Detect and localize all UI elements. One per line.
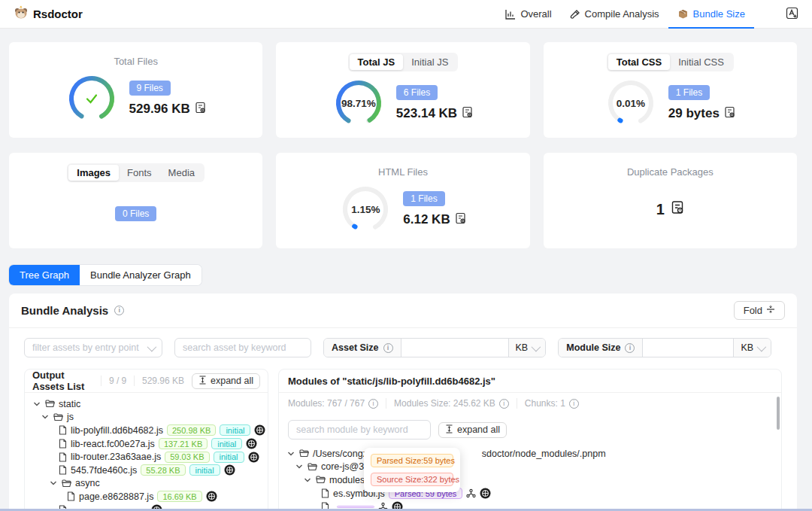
tab-images[interactable]: Images <box>68 165 119 181</box>
card-css: Total CSS Initial CSS 0.01% 1 Files 29 b… <box>544 42 797 138</box>
module-keyword-search[interactable] <box>288 420 431 440</box>
top-navbar: Rsdoctor Overall Compile Analysis Bundle… <box>0 0 812 29</box>
expand-all-assets-button[interactable]: expand all <box>192 373 260 389</box>
initial-tag-badge: initial <box>220 424 250 436</box>
entry-point-select[interactable]: filter assets by entry point <box>24 338 162 357</box>
filter-toolbar: filter assets by entry point Asset Size … <box>24 338 782 357</box>
caret-down-icon[interactable] <box>32 400 41 408</box>
media-tabs: Images Fonts Media <box>67 163 205 182</box>
file-report-icon[interactable] <box>195 102 206 117</box>
info-icon[interactable]: i <box>569 399 579 409</box>
asset-size-input[interactable] <box>408 342 502 354</box>
module-size-unit-select[interactable]: KB <box>733 339 771 357</box>
file-report-icon[interactable] <box>724 106 735 122</box>
modules-panel: Modules of "static/js/lib-polyfill.dd6b4… <box>278 369 782 511</box>
info-icon[interactable]: i <box>625 343 635 353</box>
initial-tag-badge: initial <box>211 438 242 449</box>
info-icon[interactable]: i <box>368 399 378 409</box>
tab-total-css[interactable]: Total CSS <box>608 54 670 70</box>
tab-media[interactable]: Media <box>160 165 203 181</box>
files-count-badge: 0 Files <box>115 206 156 221</box>
caret-down-icon[interactable] <box>49 479 58 487</box>
info-icon[interactable]: i <box>114 306 124 315</box>
module-keyword-input[interactable] <box>296 424 423 435</box>
language-switch-button[interactable] <box>786 7 798 22</box>
tree-row[interactable]: lib-polyfill.dd6b4682.js 250.98 KB initi… <box>25 424 268 437</box>
tab-initial-js[interactable]: Initial JS <box>403 54 456 70</box>
caret-down-icon[interactable] <box>303 476 312 484</box>
card-html: HTML Files 1.15% 1 Files 6.12 KB <box>276 153 529 248</box>
tab-total-js[interactable]: Total JS <box>350 54 404 70</box>
fold-button[interactable]: Fold <box>734 301 785 320</box>
column-height-icon <box>445 424 453 436</box>
info-icon[interactable]: i <box>383 343 393 353</box>
brand[interactable]: Rsdoctor <box>14 5 83 23</box>
parsed-size-badge <box>337 506 374 508</box>
module-wheel-icon[interactable] <box>246 438 257 449</box>
assets-count: 9 / 9 <box>109 376 126 386</box>
tab-initial-css[interactable]: Initial CSS <box>670 54 732 70</box>
tree-row[interactable]: modules Parsed:141.36 KB <box>279 473 781 487</box>
duplicate-count: 1 <box>656 201 665 218</box>
module-size-filter: Module Size i KB <box>558 338 771 357</box>
translate-icon <box>786 7 798 22</box>
asset-keyword-search[interactable] <box>174 338 311 357</box>
file-report-icon[interactable] <box>462 106 473 122</box>
module-graph-icon[interactable] <box>466 488 476 498</box>
files-count-badge: 6 Files <box>396 85 438 100</box>
parsed-size-badge: Parsed Size:59 bytes <box>371 454 453 467</box>
module-wheel-icon[interactable] <box>480 488 491 499</box>
tree-row[interactable]: static <box>25 397 268 411</box>
file-warning-icon[interactable] <box>671 200 684 218</box>
caret-down-icon[interactable] <box>286 450 295 458</box>
js-gauge: 98.71% <box>333 78 384 129</box>
folder-icon <box>45 400 55 408</box>
tab-fonts[interactable]: Fonts <box>119 165 160 181</box>
module-wheel-icon[interactable] <box>224 464 235 476</box>
tree-row[interactable]: /Users/congzhe sdoctor/node_modules/.pnp… <box>279 447 781 461</box>
html-size-value: 6.12 KB <box>403 212 450 227</box>
shrink-icon <box>766 305 775 316</box>
file-report-icon[interactable] <box>455 212 466 228</box>
module-wheel-icon[interactable] <box>248 452 259 463</box>
module-size-input[interactable] <box>649 342 727 354</box>
module-wheel-icon[interactable] <box>254 424 265 436</box>
vertical-scrollbar[interactable] <box>777 397 780 430</box>
tree-row[interactable]: lib-router.23a63aae.js 59.03 KB initial <box>25 450 268 464</box>
file-icon <box>321 488 329 498</box>
css-tabs: Total CSS Initial CSS <box>607 53 734 71</box>
asset-size-filter: Asset Size i KB <box>323 338 546 357</box>
caret-down-icon[interactable] <box>295 463 304 470</box>
js-percent: 98.71% <box>333 78 384 129</box>
tree-row[interactable]: core-js@3.32 <box>279 461 781 474</box>
chevron-down-icon <box>532 342 541 351</box>
tab-tree-graph[interactable]: Tree Graph <box>9 265 80 285</box>
size-badge: 250.98 KB <box>167 424 216 436</box>
css-percent: 0.01% <box>605 78 656 129</box>
asset-keyword-input[interactable] <box>183 342 303 353</box>
tree-row[interactable]: async <box>25 477 268 491</box>
tree-row[interactable]: js <box>25 411 268 424</box>
tree-row[interactable]: page.e8628887.js 16.69 KB <box>25 490 268 503</box>
js-tabs: Total JS Initial JS <box>348 53 459 71</box>
column-height-icon <box>198 376 207 387</box>
tree-row[interactable]: 545.7fde460c.js 55.28 KB initial <box>25 464 268 477</box>
size-tooltip: Parsed Size:59 bytes Source Size:322 byt… <box>364 448 460 492</box>
nav-overall[interactable]: Overall <box>496 0 560 29</box>
assets-panel-title: Output Assets List <box>32 370 93 392</box>
file-icon <box>59 439 67 449</box>
caret-down-icon[interactable] <box>41 413 50 421</box>
nav-bundle-size[interactable]: Bundle Size <box>668 0 754 29</box>
assets-tree: static js lib-polyfill.dd6b4682.js 250.9… <box>25 393 268 511</box>
tab-bundle-analyzer-graph[interactable]: Bundle Analyzer Graph <box>80 265 201 285</box>
module-wheel-icon[interactable] <box>206 491 217 502</box>
expand-all-modules-button[interactable]: expand all <box>438 422 507 438</box>
section-title: Bundle Analysis <box>21 304 108 317</box>
card-js: Total JS Initial JS 98.71% 6 Files 523.1… <box>276 42 529 138</box>
tree-row[interactable]: es.symbol.js Parsed: 59 bytes <box>279 487 781 500</box>
asset-size-unit-select[interactable]: KB <box>508 339 546 357</box>
info-icon[interactable]: i <box>499 399 509 409</box>
tree-row[interactable]: lib-react.fc00e27a.js 137.21 KB initial <box>25 437 268 451</box>
css-gauge: 0.01% <box>605 78 656 129</box>
nav-compile-analysis[interactable]: Compile Analysis <box>561 0 668 29</box>
